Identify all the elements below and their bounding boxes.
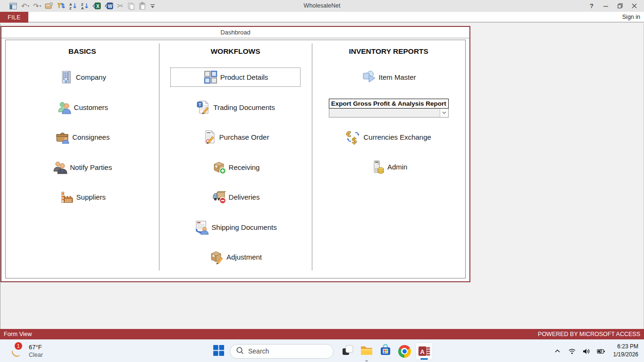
item-purchase-order[interactable]: Purchase Order [202,129,269,145]
item-label: Purchase Order [219,133,269,141]
column-inventory-reports: INVENTORY REPORTS Item Master Export Gro… [312,40,465,278]
item-label: Product Details [220,73,268,81]
shipping-documents-icon [194,219,209,235]
item-suppliers[interactable]: Suppliers [59,189,106,205]
saved-imports-icon[interactable] [45,1,53,11]
file-tab[interactable]: FILE [0,12,28,23]
restore-icon[interactable] [613,0,627,12]
column-header: INVENTORY REPORTS [312,46,465,58]
help-icon[interactable]: ? [585,0,599,12]
system-tray [552,340,606,362]
filter-icon[interactable] [57,1,65,11]
column-header: BASICS [6,46,159,58]
admin-icon [370,159,385,175]
battery-icon[interactable] [596,344,606,358]
column-workflows: WORKFLOWS Product Details T Trading Docu… [159,40,312,278]
copy-icon[interactable] [127,1,135,11]
tray-chevron-up-icon[interactable] [552,344,562,358]
sort-descending-icon[interactable]: ZA [81,1,89,11]
microsoft-store-icon [379,344,392,359]
microsoft-store-button[interactable] [376,341,395,362]
item-currencies-exchange[interactable]: €$ Currencies Exchange [346,129,431,145]
item-label: Adjustment [226,253,262,261]
item-product-details[interactable]: Product Details [170,67,301,87]
access-workspace: Dashbroad BASICS Company Customers [0,24,644,329]
item-label: Currencies Exchange [363,133,431,141]
sign-in-link[interactable]: Sign in [622,12,640,23]
item-trading-documents[interactable]: T Trading Documents [196,100,275,115]
currencies-exchange-icon: €$ [346,129,361,145]
clock[interactable]: 6:23 PM 1/19/2026 [613,343,638,359]
form-body: BASICS Company Customers Consignees [5,40,466,278]
item-adjustment[interactable]: Adjustment [209,249,262,265]
weather-widget[interactable]: 1 67°F Clear [8,341,43,360]
customize-qat-icon[interactable] [150,1,155,11]
cut-icon[interactable]: ✂ [117,1,123,11]
dashboard-form-window: Dashbroad BASICS Company Customers [0,26,470,282]
notify-parties-icon [52,160,68,175]
sort-ascending-icon[interactable]: AZ [69,1,77,11]
form-view-icon[interactable] [9,1,17,11]
weather-temperature: 67°F [29,344,43,351]
volume-icon[interactable] [581,344,592,358]
item-deliveries[interactable]: Deliveries [211,189,260,205]
close-icon[interactable] [627,0,641,12]
taskbar-search[interactable] [230,344,334,359]
undo-icon[interactable]: ↶▾ [21,1,29,11]
column-header: WORKFLOWS [159,46,312,58]
export-report-combobox[interactable] [329,109,449,118]
item-company[interactable]: Company [59,69,106,85]
clock-time: 6:23 PM [613,343,638,351]
item-label: Deliveries [229,193,260,201]
start-icon [213,345,225,358]
receiving-icon [211,160,227,175]
window-controls: ? [585,0,641,12]
minimize-icon[interactable] [599,0,613,12]
taskbar: 1 67°F Clear A [0,339,644,362]
product-details-icon [203,69,218,85]
consignees-icon [55,129,70,145]
chrome-button[interactable] [395,341,414,362]
item-label: Trading Documents [213,103,275,111]
item-admin[interactable]: Admin [370,159,408,175]
combo-dropdown-button[interactable] [440,109,448,117]
status-powered-by: POWERED BY MICROSOFT ACCESS [538,331,640,337]
svg-text:$: $ [351,136,357,145]
item-label: Company [76,73,106,81]
item-label: Customers [74,103,109,111]
wifi-icon[interactable] [567,344,577,358]
export-word-icon[interactable]: W [105,1,113,11]
paste-icon[interactable] [139,1,146,11]
svg-text:A: A [81,6,84,10]
item-label: Admin [387,163,408,171]
item-consignees[interactable]: Consignees [55,129,109,145]
item-notify-parties[interactable]: Notify Parties [52,160,112,175]
purchase-order-icon [202,129,217,145]
task-view-button[interactable] [338,341,357,362]
ribbon-tab-row: FILE Sign in [0,12,644,23]
quick-access-toolbar: ↶▾ ↷▾ AZ ZA X W ✂ [9,0,155,12]
item-label: Shipping Documents [211,223,276,231]
redo-icon[interactable]: ↷▾ [33,1,41,11]
access-app-button[interactable]: A [414,341,435,362]
search-icon [236,346,244,356]
item-shipping-documents[interactable]: Shipping Documents [194,219,276,235]
file-explorer-icon [360,344,373,359]
item-customers[interactable]: Customers [57,100,109,115]
search-input[interactable] [248,347,319,355]
status-view-mode: Form View [4,331,32,337]
svg-text:Z: Z [69,6,72,10]
item-receiving[interactable]: Receiving [211,160,260,175]
item-label: Notify Parties [70,163,112,171]
chrome-icon [398,345,411,358]
item-label: Suppliers [76,193,106,201]
start-button[interactable] [210,341,227,362]
customers-icon [57,100,72,115]
svg-text:X: X [96,4,100,9]
file-explorer-button[interactable] [357,341,376,362]
access-icon: A [415,342,433,360]
export-report-block: Export Gross Profit & Analysis Report [312,99,465,118]
export-excel-icon[interactable]: X [92,1,101,11]
task-view-icon [342,344,354,359]
item-item-master[interactable]: Item Master [361,69,416,85]
